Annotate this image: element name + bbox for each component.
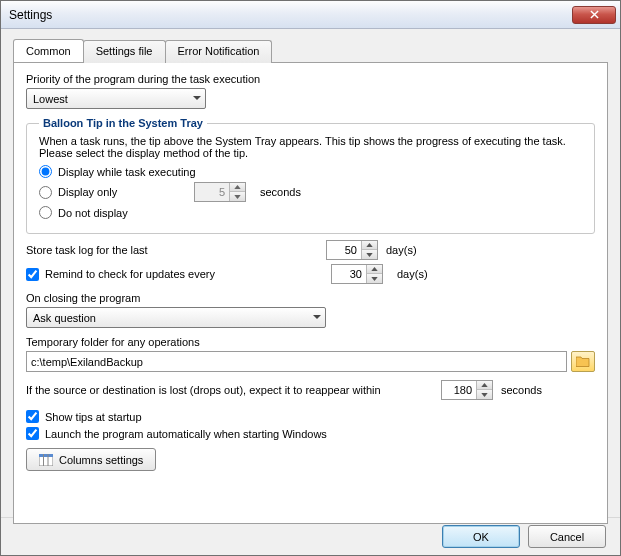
radio-executing-label: Display while task executing: [58, 166, 196, 178]
storelog-label: Store task log for the last: [26, 244, 326, 256]
titlebar: Settings: [1, 1, 620, 29]
showtips-checkbox[interactable]: [26, 410, 39, 423]
storelog-spinner[interactable]: [326, 240, 378, 260]
window-title: Settings: [9, 8, 572, 22]
balloon-opt-displayonly[interactable]: Display only seconds: [39, 182, 582, 202]
reappear-unit: seconds: [501, 384, 542, 396]
spinner-buttons: [366, 265, 382, 283]
storelog-unit: day(s): [386, 244, 417, 256]
updates-spinner[interactable]: [331, 264, 383, 284]
balloon-opt-none[interactable]: Do not display: [39, 206, 582, 219]
balloon-desc: When a task runs, the tip above the Syst…: [39, 135, 582, 159]
balloon-legend: Balloon Tip in the System Tray: [39, 117, 207, 129]
updates-label: Remind to check for updates every: [45, 268, 325, 280]
radio-displayonly[interactable]: [39, 186, 52, 199]
radio-executing[interactable]: [39, 165, 52, 178]
autostart-checkbox[interactable]: [26, 427, 39, 440]
columns-icon: [39, 454, 53, 466]
showtips-label: Show tips at startup: [45, 411, 142, 423]
spin-down-icon[interactable]: [367, 274, 382, 283]
chevron-down-icon: [193, 96, 201, 101]
spin-up-icon[interactable]: [362, 241, 377, 250]
balloon-opt-executing[interactable]: Display while task executing: [39, 165, 582, 178]
onclose-select[interactable]: Ask question: [26, 307, 326, 328]
radio-displayonly-label: Display only: [58, 186, 188, 198]
tab-panel-common: Priority of the program during the task …: [13, 62, 608, 524]
updates-checkbox[interactable]: [26, 268, 39, 281]
ok-button[interactable]: OK: [442, 525, 520, 548]
tab-settings-file[interactable]: Settings file: [83, 40, 166, 63]
priority-select[interactable]: Lowest: [26, 88, 206, 109]
spinner-buttons: [476, 381, 492, 399]
spin-up-icon[interactable]: [367, 265, 382, 274]
radio-none-label: Do not display: [58, 207, 128, 219]
reappear-spinner[interactable]: [441, 380, 493, 400]
settings-dialog: Settings Common Settings file Error Noti…: [0, 0, 621, 556]
displayonly-seconds-spinner[interactable]: [194, 182, 246, 202]
radio-none[interactable]: [39, 206, 52, 219]
priority-label: Priority of the program during the task …: [26, 73, 595, 85]
reappear-label: If the source or destination is lost (dr…: [26, 384, 441, 396]
content-area: Common Settings file Error Notification …: [1, 29, 620, 534]
reappear-input[interactable]: [442, 381, 476, 399]
displayonly-seconds-input[interactable]: [195, 183, 229, 201]
tempfolder-input[interactable]: [26, 351, 567, 372]
tempfolder-label: Temporary folder for any operations: [26, 336, 595, 348]
svg-rect-1: [39, 454, 53, 457]
onclose-value: Ask question: [33, 312, 96, 324]
columns-settings-label: Columns settings: [59, 454, 143, 466]
spin-down-icon[interactable]: [362, 250, 377, 259]
balloon-group: Balloon Tip in the System Tray When a ta…: [26, 117, 595, 234]
cancel-button[interactable]: Cancel: [528, 525, 606, 548]
tab-strip: Common Settings file Error Notification: [13, 39, 608, 62]
updates-input[interactable]: [332, 265, 366, 283]
priority-value: Lowest: [33, 93, 68, 105]
storelog-input[interactable]: [327, 241, 361, 259]
tab-error-notification[interactable]: Error Notification: [165, 40, 273, 63]
close-icon: [590, 10, 599, 19]
spinner-buttons: [229, 183, 245, 201]
spin-up-icon[interactable]: [477, 381, 492, 390]
close-button[interactable]: [572, 6, 616, 24]
onclose-label: On closing the program: [26, 292, 595, 304]
spin-down-icon[interactable]: [477, 390, 492, 399]
spin-up-icon[interactable]: [230, 183, 245, 192]
autostart-label: Launch the program automatically when st…: [45, 428, 327, 440]
spinner-buttons: [361, 241, 377, 259]
columns-settings-button[interactable]: Columns settings: [26, 448, 156, 471]
folder-icon: [576, 356, 590, 367]
tab-common[interactable]: Common: [13, 39, 84, 62]
chevron-down-icon: [313, 315, 321, 320]
spin-down-icon[interactable]: [230, 192, 245, 201]
updates-unit: day(s): [397, 268, 428, 280]
browse-button[interactable]: [571, 351, 595, 372]
displayonly-unit: seconds: [260, 186, 301, 198]
